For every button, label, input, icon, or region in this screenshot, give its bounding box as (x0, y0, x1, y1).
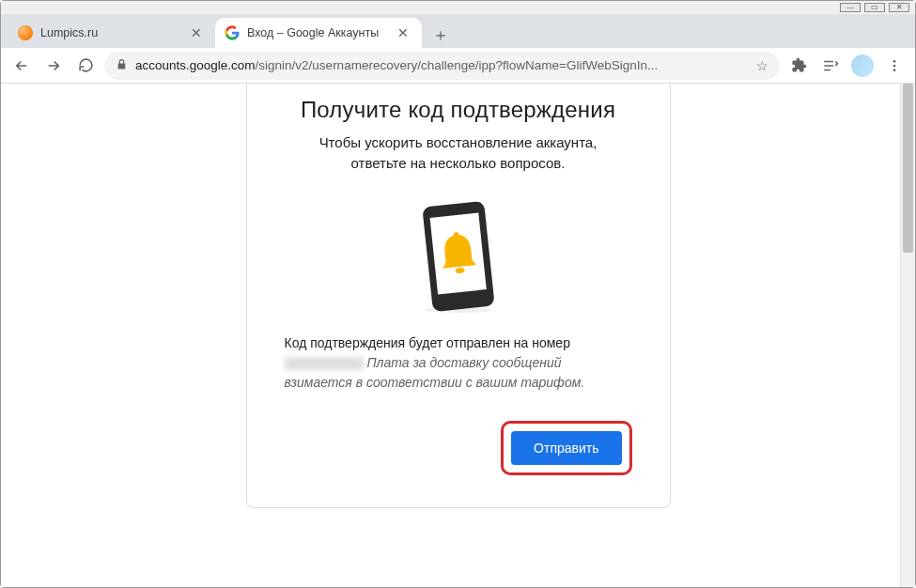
star-icon[interactable]: ☆ (756, 58, 769, 73)
google-favicon-icon (225, 25, 240, 40)
svg-point-2 (893, 69, 896, 71)
desc-line1: Код подтверждения будет отправлен на ном… (285, 335, 570, 350)
back-button[interactable] (8, 53, 35, 79)
url-domain: accounts.google.com (135, 58, 256, 72)
browser-tab-google-signin[interactable]: Вход – Google Аккаунты ✕ (215, 18, 422, 48)
window-close-button[interactable]: ✕ (889, 3, 909, 12)
avatar-icon (851, 54, 874, 77)
svg-point-7 (425, 307, 492, 313)
extensions-icon[interactable] (785, 53, 812, 79)
url-path: /signin/v2/usernamerecovery/challenge/ip… (256, 58, 659, 72)
button-row: Отправить (285, 421, 632, 475)
browser-toolbar: accounts.google.com/signin/v2/usernamere… (1, 48, 915, 84)
vertical-scrollbar[interactable] (900, 84, 915, 587)
tab-title: Вход – Google Аккаунты (247, 26, 386, 39)
svg-point-0 (893, 60, 896, 63)
media-icon[interactable] (817, 53, 844, 79)
phone-number-redacted (285, 357, 364, 370)
svg-point-1 (893, 64, 896, 67)
description-text: Код подтверждения будет отправлен на ном… (285, 333, 632, 393)
scrollbar-thumb[interactable] (903, 84, 913, 253)
address-bar[interactable]: accounts.google.com/signin/v2/usernamere… (104, 52, 780, 80)
url-text: accounts.google.com/signin/v2/usernamere… (135, 58, 749, 72)
menu-button[interactable] (881, 53, 908, 79)
lock-icon (116, 58, 128, 73)
browser-tab-lumpics[interactable]: Lumpics.ru ✕ (8, 18, 215, 48)
close-tab-icon[interactable]: ✕ (394, 25, 412, 40)
verification-card: Получите код подтверждения Чтобы ускорит… (246, 84, 671, 508)
window-minimize-button[interactable]: — (840, 3, 861, 12)
close-tab-icon[interactable]: ✕ (187, 25, 206, 40)
profile-avatar[interactable] (849, 53, 876, 79)
phone-illustration (285, 200, 632, 313)
tab-title: Lumpics.ru (40, 26, 179, 39)
reload-button[interactable] (72, 53, 99, 79)
new-tab-button[interactable]: ＋ (427, 22, 454, 48)
card-heading: Получите код подтверждения (285, 97, 632, 123)
annotation-highlight: Отправить (501, 421, 631, 475)
page-content: Получите код подтверждения Чтобы ускорит… (1, 84, 915, 587)
card-subheading: Чтобы ускорить восстановление аккаунта, … (285, 132, 632, 174)
window-maximize-button[interactable]: ▭ (864, 3, 885, 12)
orange-favicon-icon (18, 25, 33, 40)
tab-strip: Lumpics.ru ✕ Вход – Google Аккаунты ✕ ＋ (1, 14, 915, 48)
forward-button[interactable] (40, 53, 67, 79)
window-title-bar: — ▭ ✕ (1, 1, 915, 14)
send-button[interactable]: Отправить (511, 431, 621, 465)
